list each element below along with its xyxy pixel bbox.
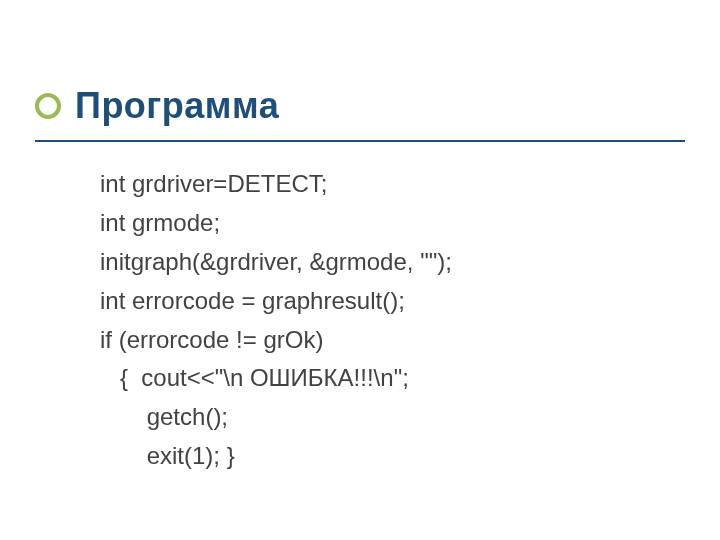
slide-title: Программа: [75, 85, 279, 127]
code-block: int grdriver=DETECT; int grmode; initgra…: [100, 165, 452, 476]
slide: Программа int grdriver=DETECT; int grmod…: [0, 0, 720, 540]
code-line: getch();: [100, 398, 452, 437]
code-line: int grdriver=DETECT;: [100, 165, 452, 204]
code-line: int errorcode = graphresult();: [100, 282, 452, 321]
code-line: if (errorcode != grOk): [100, 321, 452, 360]
title-row: Программа: [35, 85, 279, 127]
code-line: exit(1); }: [100, 437, 452, 476]
title-divider: [35, 140, 685, 142]
code-line: int grmode;: [100, 204, 452, 243]
bullet-icon: [35, 93, 61, 119]
code-line: { cout<<"\n ОШИБКА!!!\n";: [100, 359, 452, 398]
code-line: initgraph(&grdriver, &grmode, "");: [100, 243, 452, 282]
